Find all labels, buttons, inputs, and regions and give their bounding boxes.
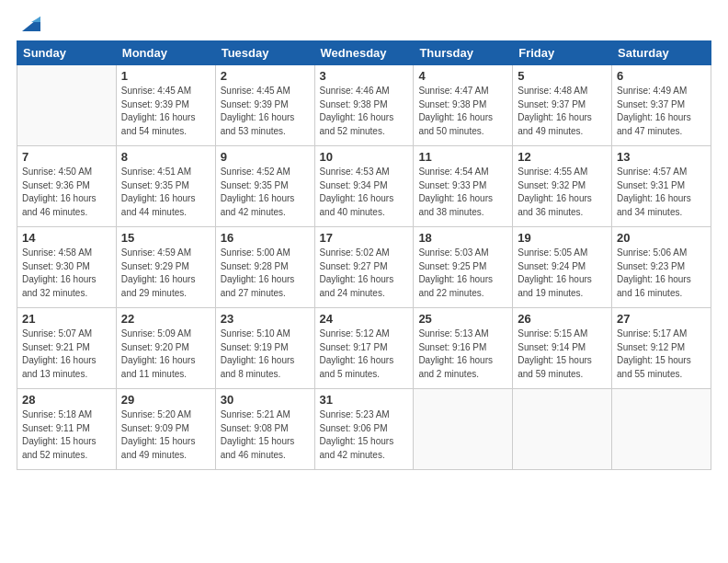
day-info: Sunrise: 5:21 AM Sunset: 9:08 PM Dayligh…: [221, 408, 310, 462]
day-number: 23: [221, 312, 310, 326]
calendar-header-tuesday: Tuesday: [215, 41, 314, 65]
calendar-cell: [612, 389, 711, 470]
calendar-cell: 10Sunrise: 4:53 AM Sunset: 9:34 PM Dayli…: [314, 146, 414, 227]
calendar-cell: 24Sunrise: 5:12 AM Sunset: 9:17 PM Dayli…: [314, 308, 414, 389]
day-info: Sunrise: 4:49 AM Sunset: 9:37 PM Dayligh…: [617, 85, 706, 138]
day-info: Sunrise: 5:23 AM Sunset: 9:06 PM Dayligh…: [320, 408, 409, 462]
calendar-cell: 1Sunrise: 4:45 AM Sunset: 9:39 PM Daylig…: [116, 65, 215, 146]
calendar-cell: 16Sunrise: 5:00 AM Sunset: 9:28 PM Dayli…: [215, 227, 314, 308]
calendar-cell: 7Sunrise: 4:50 AM Sunset: 9:36 PM Daylig…: [17, 146, 117, 227]
day-number: 3: [320, 69, 409, 83]
logo-icon: [18, 9, 44, 35]
day-number: 7: [22, 150, 111, 164]
day-info: Sunrise: 4:47 AM Sunset: 9:38 PM Dayligh…: [418, 85, 507, 138]
day-info: Sunrise: 5:15 AM Sunset: 9:14 PM Dayligh…: [518, 327, 607, 381]
day-number: 18: [418, 231, 507, 245]
day-number: 20: [617, 231, 706, 245]
day-info: Sunrise: 4:53 AM Sunset: 9:34 PM Dayligh…: [320, 166, 409, 219]
calendar-cell: 29Sunrise: 5:20 AM Sunset: 9:09 PM Dayli…: [116, 389, 215, 470]
calendar: SundayMondayTuesdayWednesdayThursdayFrid…: [17, 40, 711, 470]
day-info: Sunrise: 5:06 AM Sunset: 9:23 PM Dayligh…: [617, 247, 706, 300]
day-number: 28: [22, 393, 111, 407]
day-info: Sunrise: 4:50 AM Sunset: 9:36 PM Dayligh…: [22, 166, 111, 219]
calendar-cell: 19Sunrise: 5:05 AM Sunset: 9:24 PM Dayli…: [513, 227, 612, 308]
calendar-week-2: 7Sunrise: 4:50 AM Sunset: 9:36 PM Daylig…: [17, 146, 711, 227]
calendar-cell: 4Sunrise: 4:47 AM Sunset: 9:38 PM Daylig…: [414, 65, 513, 146]
day-number: 25: [418, 312, 507, 326]
day-number: 16: [221, 231, 310, 245]
day-info: Sunrise: 5:20 AM Sunset: 9:09 PM Dayligh…: [121, 408, 210, 462]
calendar-cell: 13Sunrise: 4:57 AM Sunset: 9:31 PM Dayli…: [612, 146, 711, 227]
calendar-cell: 31Sunrise: 5:23 AM Sunset: 9:06 PM Dayli…: [314, 389, 414, 470]
calendar-header-friday: Friday: [513, 41, 612, 65]
calendar-header-sunday: Sunday: [17, 41, 117, 65]
day-number: 11: [418, 150, 507, 164]
day-number: 6: [617, 69, 706, 83]
calendar-week-5: 28Sunrise: 5:18 AM Sunset: 9:11 PM Dayli…: [17, 389, 711, 470]
day-number: 24: [320, 312, 409, 326]
calendar-header-saturday: Saturday: [612, 41, 711, 65]
calendar-cell: [513, 389, 612, 470]
day-info: Sunrise: 4:52 AM Sunset: 9:35 PM Dayligh…: [221, 166, 310, 219]
day-info: Sunrise: 5:02 AM Sunset: 9:27 PM Dayligh…: [320, 247, 409, 300]
calendar-cell: 14Sunrise: 4:58 AM Sunset: 9:30 PM Dayli…: [17, 227, 117, 308]
calendar-cell: 5Sunrise: 4:48 AM Sunset: 9:37 PM Daylig…: [513, 65, 612, 146]
header: [17, 9, 711, 35]
day-number: 8: [121, 150, 210, 164]
day-number: 10: [320, 150, 409, 164]
calendar-cell: [17, 65, 117, 146]
logo: [17, 9, 44, 35]
calendar-cell: 2Sunrise: 4:45 AM Sunset: 9:39 PM Daylig…: [215, 65, 314, 146]
day-info: Sunrise: 4:54 AM Sunset: 9:33 PM Dayligh…: [418, 166, 507, 219]
calendar-cell: 30Sunrise: 5:21 AM Sunset: 9:08 PM Dayli…: [215, 389, 314, 470]
day-info: Sunrise: 4:48 AM Sunset: 9:37 PM Dayligh…: [518, 85, 607, 138]
day-info: Sunrise: 5:10 AM Sunset: 9:19 PM Dayligh…: [221, 327, 310, 381]
calendar-cell: 8Sunrise: 4:51 AM Sunset: 9:35 PM Daylig…: [116, 146, 215, 227]
calendar-cell: 15Sunrise: 4:59 AM Sunset: 9:29 PM Dayli…: [116, 227, 215, 308]
calendar-week-3: 14Sunrise: 4:58 AM Sunset: 9:30 PM Dayli…: [17, 227, 711, 308]
day-number: 14: [22, 231, 111, 245]
calendar-cell: 17Sunrise: 5:02 AM Sunset: 9:27 PM Dayli…: [314, 227, 414, 308]
day-number: 13: [617, 150, 706, 164]
day-number: 17: [320, 231, 409, 245]
day-number: 1: [121, 69, 210, 83]
day-number: 21: [22, 312, 111, 326]
day-info: Sunrise: 4:59 AM Sunset: 9:29 PM Dayligh…: [121, 247, 210, 300]
day-number: 30: [221, 393, 310, 407]
day-info: Sunrise: 5:05 AM Sunset: 9:24 PM Dayligh…: [518, 247, 607, 300]
day-info: Sunrise: 5:00 AM Sunset: 9:28 PM Dayligh…: [221, 247, 310, 300]
calendar-cell: 12Sunrise: 4:55 AM Sunset: 9:32 PM Dayli…: [513, 146, 612, 227]
day-number: 12: [518, 150, 607, 164]
day-number: 19: [518, 231, 607, 245]
calendar-header-wednesday: Wednesday: [314, 41, 414, 65]
day-number: 31: [320, 393, 409, 407]
calendar-cell: 18Sunrise: 5:03 AM Sunset: 9:25 PM Dayli…: [414, 227, 513, 308]
calendar-cell: 27Sunrise: 5:17 AM Sunset: 9:12 PM Dayli…: [612, 308, 711, 389]
day-info: Sunrise: 4:51 AM Sunset: 9:35 PM Dayligh…: [121, 166, 210, 219]
day-number: 5: [518, 69, 607, 83]
day-info: Sunrise: 4:57 AM Sunset: 9:31 PM Dayligh…: [617, 166, 706, 219]
calendar-header-thursday: Thursday: [414, 41, 513, 65]
calendar-header-row: SundayMondayTuesdayWednesdayThursdayFrid…: [17, 41, 711, 65]
calendar-cell: 3Sunrise: 4:46 AM Sunset: 9:38 PM Daylig…: [314, 65, 414, 146]
day-info: Sunrise: 5:13 AM Sunset: 9:16 PM Dayligh…: [418, 327, 507, 381]
day-info: Sunrise: 5:18 AM Sunset: 9:11 PM Dayligh…: [22, 408, 111, 462]
calendar-week-4: 21Sunrise: 5:07 AM Sunset: 9:21 PM Dayli…: [17, 308, 711, 389]
calendar-cell: 11Sunrise: 4:54 AM Sunset: 9:33 PM Dayli…: [414, 146, 513, 227]
day-number: 26: [518, 312, 607, 326]
calendar-cell: 9Sunrise: 4:52 AM Sunset: 9:35 PM Daylig…: [215, 146, 314, 227]
day-number: 4: [418, 69, 507, 83]
calendar-cell: 21Sunrise: 5:07 AM Sunset: 9:21 PM Dayli…: [17, 308, 117, 389]
day-info: Sunrise: 4:45 AM Sunset: 9:39 PM Dayligh…: [121, 85, 210, 138]
day-number: 15: [121, 231, 210, 245]
day-number: 27: [617, 312, 706, 326]
calendar-header-monday: Monday: [116, 41, 215, 65]
day-info: Sunrise: 5:12 AM Sunset: 9:17 PM Dayligh…: [320, 327, 409, 381]
calendar-cell: 23Sunrise: 5:10 AM Sunset: 9:19 PM Dayli…: [215, 308, 314, 389]
calendar-cell: 6Sunrise: 4:49 AM Sunset: 9:37 PM Daylig…: [612, 65, 711, 146]
day-info: Sunrise: 5:03 AM Sunset: 9:25 PM Dayligh…: [418, 247, 507, 300]
page: SundayMondayTuesdayWednesdayThursdayFrid…: [0, 0, 728, 563]
calendar-cell: 22Sunrise: 5:09 AM Sunset: 9:20 PM Dayli…: [116, 308, 215, 389]
day-number: 29: [121, 393, 210, 407]
calendar-cell: 20Sunrise: 5:06 AM Sunset: 9:23 PM Dayli…: [612, 227, 711, 308]
